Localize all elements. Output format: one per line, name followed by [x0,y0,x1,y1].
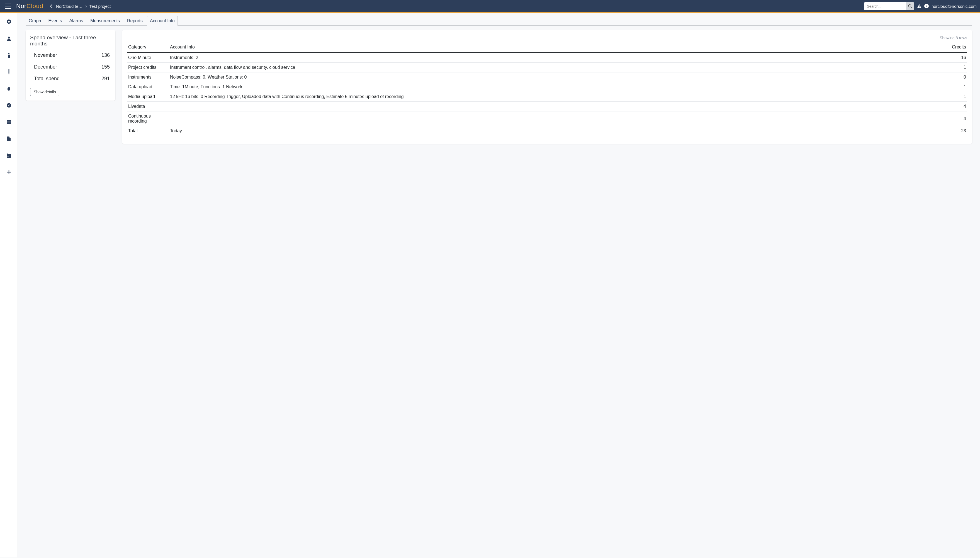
svg-rect-23 [10,156,10,156]
table-row: Project creditsInstrument control, alarm… [127,63,967,72]
svg-point-5 [8,37,10,39]
spend-row-value: 136 [102,53,110,58]
chevron-left-icon [50,4,53,8]
svg-rect-13 [8,122,11,122]
breadcrumb-parent[interactable]: NorCloud te… [56,4,82,9]
table-cell-info: Today [169,126,915,136]
layout: GraphEventsAlarmsMeasurementsReportsAcco… [0,13,980,558]
account-info-table-card: Showing 8 rows CategoryAccount InfoCredi… [122,30,972,144]
spend-overview-card: Spend overview - Last three months Novem… [26,30,115,100]
device-icon [8,53,10,57]
tab-account-info[interactable]: Account Info [147,16,178,26]
account-info-table: CategoryAccount InfoCredits One MinuteIn… [127,42,967,136]
tab-graph[interactable]: Graph [26,16,44,26]
sidebar-item-device[interactable] [4,50,14,60]
search-input[interactable] [864,2,906,10]
sidebar-item-user[interactable] [4,33,14,43]
sidebar-item-explore[interactable] [4,100,14,110]
svg-rect-14 [7,123,8,123]
table-header[interactable]: Account Info [169,42,915,53]
file-icon [7,136,11,141]
help-icon[interactable]: ? [924,4,929,8]
table-cell-info [169,112,915,126]
exclamation-icon [8,69,10,74]
plus-icon [7,170,11,174]
svg-rect-25 [8,157,9,157]
spend-row-value: 291 [102,76,110,82]
app-logo: NorCloud [16,3,43,10]
table-cell-credits: 16 [915,53,967,63]
svg-rect-2 [919,7,919,8]
tab-events[interactable]: Events [45,16,65,26]
spend-row-label: December [34,64,57,70]
sidebar-item-list[interactable] [4,117,14,127]
hamburger-menu-button[interactable] [3,2,13,10]
table-row: Livedata4 [127,102,967,112]
spend-title: Spend overview - Last three months [30,34,111,47]
spend-row-label: Total spend [34,76,60,82]
table-cell-credits: 1 [915,63,967,72]
breadcrumb-current[interactable]: Test project [89,4,111,9]
svg-rect-12 [7,122,8,122]
sidebar-item-settings[interactable] [4,17,14,27]
sidebar-item-calendar[interactable] [4,151,14,161]
sidebar-item-files[interactable] [4,134,14,144]
svg-rect-1 [919,5,919,7]
svg-rect-18 [10,153,10,154]
search-wrap [864,2,914,10]
panels: Spend overview - Last three months Novem… [26,30,972,144]
list-icon [7,120,11,124]
gear-icon [7,20,11,24]
svg-rect-6 [8,69,9,73]
breadcrumb-separator: > [85,4,87,9]
svg-rect-10 [7,121,8,121]
search-icon [908,4,912,8]
svg-rect-17 [8,153,8,154]
table-cell-credits: 0 [915,72,967,82]
svg-rect-11 [8,121,11,121]
table-row: One MinuteInstruments: 216 [127,53,967,63]
spend-row: December155 [30,61,111,73]
svg-rect-19 [7,155,11,155]
svg-rect-24 [7,157,8,157]
table-cell-info: NoiseCompass: 0, Weather Stations: 0 [169,72,915,82]
table-row: Continuous recording4 [127,112,967,126]
search-button[interactable] [906,2,914,10]
table-row: TotalToday23 [127,126,967,136]
table-cell-category: Continuous recording [127,112,169,126]
alert-icon[interactable] [917,4,921,8]
svg-rect-7 [8,74,9,74]
table-cell-credits: 4 [915,102,967,112]
table-header[interactable]: Category [127,42,169,53]
table-cell-category: Project credits [127,63,169,72]
compass-icon [7,103,11,108]
svg-rect-15 [8,123,11,123]
table-header[interactable]: Credits [915,42,967,53]
table-row: InstrumentsNoiseCompass: 0, Weather Stat… [127,72,967,82]
sidebar-item-alerts[interactable] [4,67,14,77]
table-cell-info: Instrument control, alarms, data flow an… [169,63,915,72]
tab-reports[interactable]: Reports [124,16,146,26]
table-cell-category: One Minute [127,53,169,63]
svg-text:?: ? [926,5,927,8]
table-cell-category: Data upload [127,82,169,92]
breadcrumb-back-button[interactable] [49,3,54,9]
table-cell-category: Instruments [127,72,169,82]
table-row: Data uploadTime: 1Minute, Functions: 1 N… [127,82,967,92]
tab-bar: GraphEventsAlarmsMeasurementsReportsAcco… [26,16,972,26]
hamburger-icon [5,3,11,9]
table-cell-credits: 23 [915,126,967,136]
spend-row-label: November [34,53,57,58]
table-cell-info [169,102,915,112]
tab-alarms[interactable]: Alarms [66,16,86,26]
spend-row-value: 155 [102,64,110,70]
user-email[interactable]: norcloud@norsonic.com [931,4,977,9]
sidebar-item-notifications[interactable] [4,84,14,94]
svg-rect-22 [9,156,10,156]
table-cell-category: Livedata [127,102,169,112]
spend-row: Total spend291 [30,73,111,84]
header-right: ? norcloud@norsonic.com [864,2,977,10]
tab-measurements[interactable]: Measurements [87,16,123,26]
sidebar-item-add[interactable] [4,167,14,177]
show-details-button[interactable]: Show details [30,88,59,96]
